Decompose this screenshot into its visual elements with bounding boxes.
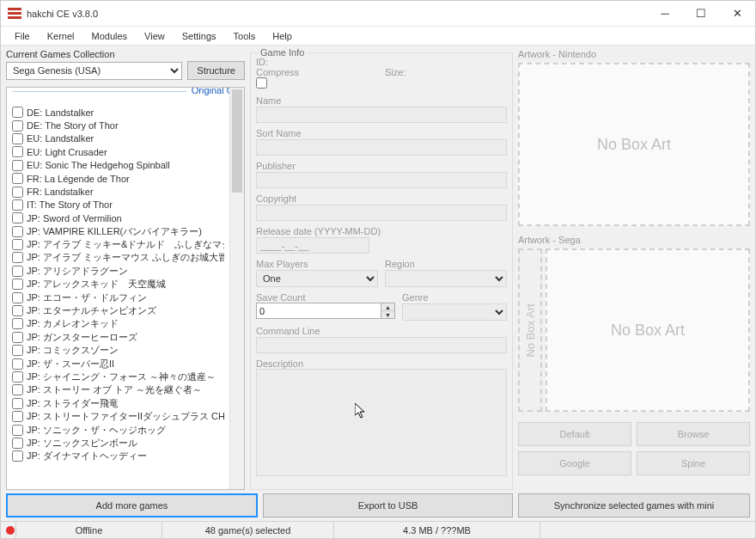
game-checkbox[interactable] <box>12 450 23 462</box>
description-field[interactable] <box>256 369 507 476</box>
export-button[interactable]: Export to USB <box>263 493 513 518</box>
game-checkbox[interactable] <box>12 438 23 449</box>
spine-button[interactable]: Spine <box>637 451 750 475</box>
name-label: Name <box>256 95 507 106</box>
game-checkbox[interactable] <box>12 146 23 157</box>
genre-select[interactable] <box>402 303 507 321</box>
menu-tools[interactable]: Tools <box>225 29 265 43</box>
game-checkbox[interactable] <box>12 173 23 184</box>
game-checkbox[interactable] <box>12 133 23 144</box>
game-checkbox[interactable] <box>12 318 23 329</box>
game-label: JP: アイラブ ミッキーマウス ふしぎのお城大冒険 <box>27 251 224 264</box>
game-checkbox[interactable] <box>12 160 23 171</box>
art-nintendo-box[interactable]: No Box Art <box>518 63 750 226</box>
game-checkbox[interactable] <box>12 120 23 132</box>
default-button[interactable]: Default <box>518 422 631 446</box>
release-field[interactable]: ____-__-__ <box>256 237 369 254</box>
game-label: FR: Landstalker <box>27 187 94 197</box>
list-item[interactable]: JP: ガンスターヒーローズ <box>12 331 224 344</box>
scroll-thumb[interactable] <box>232 89 242 193</box>
publisher-label: Publisher <box>256 161 507 171</box>
list-item[interactable]: JP: カメレオンキッド <box>12 317 224 330</box>
cmdline-field[interactable] <box>256 337 507 353</box>
scrollbar[interactable] <box>229 88 244 489</box>
spin-up-icon[interactable]: ▲ <box>381 303 394 311</box>
publisher-field[interactable] <box>256 172 507 188</box>
game-checkbox[interactable] <box>12 266 23 277</box>
menu-view[interactable]: View <box>136 29 174 43</box>
list-item[interactable]: JP: ザ・スーパー忍II <box>12 357 224 370</box>
game-checkbox[interactable] <box>12 332 23 343</box>
sortname-label: Sort Name <box>256 128 507 138</box>
structure-button[interactable]: Structure <box>187 61 245 80</box>
list-item[interactable]: JP: ストーリー オブ トア ～光を継ぐ者～ <box>12 383 224 396</box>
copyright-field[interactable] <box>256 205 507 221</box>
browse-button[interactable]: Browse <box>637 422 750 446</box>
game-checkbox[interactable] <box>12 252 23 263</box>
sortname-field[interactable] <box>256 139 507 156</box>
game-checkbox[interactable] <box>12 425 23 436</box>
art-sega-label: Artwork - Sega <box>518 235 750 245</box>
game-checkbox[interactable] <box>12 411 23 422</box>
list-item[interactable]: EU: Light Crusader <box>12 145 224 158</box>
sync-button[interactable]: Synchronize selected games with mini <box>518 493 750 518</box>
game-checkbox[interactable] <box>12 305 23 316</box>
list-item[interactable]: JP: ダイナマイトヘッディー <box>12 450 224 462</box>
close-button[interactable]: ✕ <box>719 1 755 27</box>
game-checkbox[interactable] <box>12 212 23 224</box>
maximize-button[interactable]: ☐ <box>683 1 719 27</box>
list-item[interactable]: JP: アレックスキッド 天空魔城 <box>12 278 224 291</box>
list-item[interactable]: JP: VAMPIRE KILLER(バンパイアキラー) <box>12 225 224 238</box>
menu-help[interactable]: Help <box>264 29 301 43</box>
game-checkbox[interactable] <box>12 107 23 118</box>
list-item[interactable]: JP: エコー・ザ・ドルフィン <box>12 291 224 303</box>
menu-modules[interactable]: Modules <box>83 29 137 43</box>
game-checkbox[interactable] <box>12 384 23 395</box>
savecount-spinner[interactable]: ▲▼ <box>256 303 395 319</box>
game-checkbox[interactable] <box>12 279 23 290</box>
game-checkbox[interactable] <box>12 199 23 211</box>
list-item[interactable]: EU: Sonic The Hedgehog Spinball <box>12 159 224 172</box>
list-item[interactable]: JP: アイラブ ミッキー&ドナルド ふしぎなマジックボッ… <box>12 238 224 251</box>
compress-checkbox[interactable] <box>256 77 267 89</box>
add-games-button[interactable]: Add more games <box>6 493 258 518</box>
list-item[interactable]: JP: ソニック・ザ・ヘッジホッグ <box>12 423 224 436</box>
name-field[interactable] <box>256 107 507 123</box>
menu-kernel[interactable]: Kernel <box>39 29 83 43</box>
game-checkbox[interactable] <box>12 239 23 250</box>
list-item[interactable]: DE: Landstalker <box>12 106 224 119</box>
region-select[interactable] <box>385 270 507 287</box>
art-spine-box[interactable]: No Box Art <box>518 248 542 412</box>
menu-settings[interactable]: Settings <box>174 29 225 43</box>
list-item[interactable]: JP: ストライダー飛竜 <box>12 397 224 410</box>
list-item[interactable]: JP: シャイニング・フォース ～神々の遺産～ <box>12 371 224 383</box>
list-item[interactable]: EU: Landstalker <box>12 132 224 145</box>
google-button[interactable]: Google <box>518 451 631 475</box>
list-item[interactable]: JP: アリシアドラグーン <box>12 265 224 278</box>
game-list[interactable]: Original Games DE: LandstalkerDE: The St… <box>7 88 229 489</box>
spin-down-icon[interactable]: ▼ <box>381 311 394 318</box>
game-checkbox[interactable] <box>12 358 23 370</box>
game-checkbox[interactable] <box>12 371 23 383</box>
minimize-button[interactable]: ─ <box>647 1 683 27</box>
list-item[interactable]: DE: The Story of Thor <box>12 119 224 132</box>
game-checkbox[interactable] <box>12 226 23 237</box>
list-item[interactable]: JP: エターナルチャンピオンズ <box>12 304 224 317</box>
list-item[interactable]: JP: Sword of Vermilion <box>12 211 224 224</box>
game-checkbox[interactable] <box>12 187 23 198</box>
art-sega-box[interactable]: No Box Art <box>546 248 750 412</box>
list-item[interactable]: JP: コミックスゾーン <box>12 344 224 357</box>
game-checkbox[interactable] <box>12 345 23 356</box>
savecount-input[interactable] <box>256 303 381 319</box>
list-item[interactable]: JP: アイラブ ミッキーマウス ふしぎのお城大冒険 <box>12 251 224 264</box>
list-item[interactable]: FR: La Légende de Thor <box>12 172 224 185</box>
list-item[interactable]: FR: Landstalker <box>12 185 224 198</box>
menu-file[interactable]: File <box>6 29 39 43</box>
maxplayers-select[interactable]: One <box>256 270 378 287</box>
collection-select[interactable]: Sega Genesis (USA) <box>6 62 182 80</box>
list-item[interactable]: IT: The Story of Thor <box>12 199 224 211</box>
game-checkbox[interactable] <box>12 292 23 303</box>
list-item[interactable]: JP: ストリートファイターIIダッシュプラス CHAMPION E… <box>12 410 224 423</box>
game-checkbox[interactable] <box>12 398 23 409</box>
list-item[interactable]: JP: ソニックスピンボール <box>12 437 224 450</box>
